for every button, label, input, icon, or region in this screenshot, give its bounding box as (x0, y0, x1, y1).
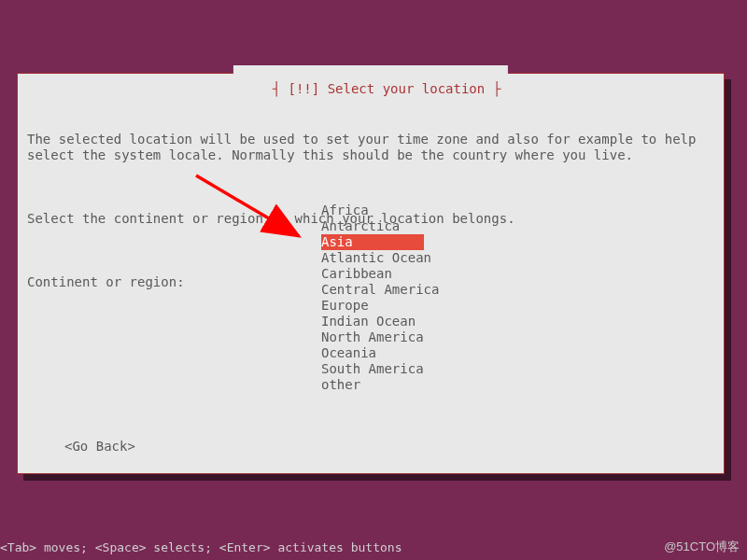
dialog-title: ┤ [!!] Select your location ├ (233, 65, 508, 113)
list-item[interactable]: South America (321, 361, 452, 377)
description-line1: The selected location will be used to se… (27, 132, 714, 163)
list-item[interactable]: Antarctica (321, 218, 452, 234)
title-prefix: ┤ (273, 81, 289, 96)
list-item[interactable]: Atlantic Ocean (321, 250, 452, 266)
location-dialog: ┤ [!!] Select your location ├ The select… (17, 73, 725, 474)
list-item[interactable]: Asia (321, 234, 424, 250)
region-list[interactable]: AfricaAntarcticaAsiaAtlantic OceanCaribb… (321, 203, 452, 393)
go-back-button[interactable]: <Go Back> (64, 439, 135, 455)
list-item[interactable]: other (321, 377, 452, 393)
list-item[interactable]: Central America (321, 282, 452, 298)
title-text: Select your location (319, 81, 485, 96)
list-item[interactable]: Indian Ocean (321, 314, 452, 329)
list-item[interactable]: Oceania (321, 345, 452, 361)
list-item[interactable]: North America (321, 329, 452, 345)
list-item[interactable]: Africa (321, 203, 452, 218)
title-suffix: ├ (485, 81, 500, 96)
watermark: @51CTO博客 (664, 539, 740, 554)
keyboard-hints: <Tab> moves; <Space> selects; <Enter> ac… (0, 539, 402, 555)
list-item[interactable]: Caribbean (321, 266, 452, 282)
title-marker: [!!] (288, 81, 319, 96)
list-item[interactable]: Europe (321, 298, 452, 314)
